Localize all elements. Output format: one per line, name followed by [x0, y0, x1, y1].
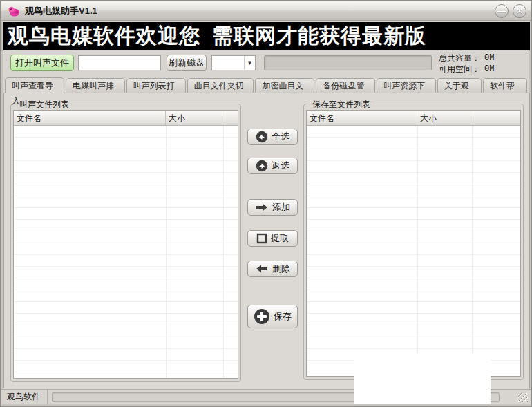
select-all-button[interactable]: 全选: [247, 129, 298, 145]
app-window: 观鸟电媒助手V1.1 — ✕ 观鸟电媒软件欢迎您 需联网才能获得最新版 打开叫声…: [0, 0, 532, 407]
capacity-progress-bar: [264, 55, 432, 70]
resize-grip-icon[interactable]: [518, 393, 528, 402]
circle-arrow-left-icon: [256, 131, 268, 143]
sound-file-list-title: 叫声文件列表: [17, 99, 72, 111]
invert-selection-label: 返选: [272, 160, 289, 172]
tab-sound-resource-download[interactable]: 叫声资源下载: [377, 78, 436, 93]
invert-selection-button[interactable]: 返选: [247, 158, 298, 174]
column-divider: [166, 126, 167, 378]
save-file-table[interactable]: 文件名 大小: [306, 110, 521, 377]
extract-label: 提取: [271, 232, 289, 245]
delete-button[interactable]: 删除: [247, 261, 298, 277]
column-header-extra[interactable]: [471, 111, 520, 125]
file-path-input[interactable]: [78, 55, 161, 70]
save-file-list-group: 保存至文件列表 文件名 大小: [303, 104, 524, 380]
add-button[interactable]: 添加: [247, 199, 298, 216]
column-header-size[interactable]: 大小: [417, 111, 471, 125]
close-button[interactable]: ✕: [513, 4, 526, 18]
window-title: 观鸟电媒助手V1.1: [25, 5, 97, 17]
column-divider: [223, 126, 224, 378]
column-header-filename[interactable]: 文件名: [307, 111, 417, 125]
column-header-filename[interactable]: 文件名: [14, 111, 166, 125]
column-divider: [417, 126, 418, 376]
tab-sound-view-import[interactable]: 叫声查看导入: [5, 77, 64, 93]
toolbar: 打开叫声文件 刷新磁盘 ▼ 总共容量： 0M 可用空间： 0M: [3, 52, 530, 75]
capacity-total-value: 0M: [484, 53, 494, 64]
arrow-right-icon: [255, 202, 269, 212]
refresh-disk-button[interactable]: 刷新磁盘: [167, 55, 207, 71]
minimize-button[interactable]: —: [495, 4, 509, 18]
save-file-table-body[interactable]: [307, 126, 520, 376]
tab-bar: 叫声查看导入 电媒叫声排序 叫声列表打印 曲目文件夹切换 加密曲目文件 备份磁盘…: [5, 77, 529, 93]
save-file-table-header: 文件名 大小: [307, 111, 520, 126]
sound-file-table-body[interactable]: [14, 126, 238, 378]
chevron-down-icon[interactable]: ▼: [244, 56, 255, 70]
column-header-extra[interactable]: [222, 111, 238, 125]
sound-file-table-header: 文件名 大小: [14, 111, 238, 126]
select-all-label: 全选: [272, 131, 289, 143]
arrow-left-icon: [255, 264, 269, 274]
white-overlay-region: [354, 353, 491, 404]
tab-media-sound-sort[interactable]: 电媒叫声排序: [66, 78, 125, 93]
tab-sound-list-print[interactable]: 叫声列表打印: [126, 78, 186, 93]
capacity-free-label: 可用空间：: [439, 64, 480, 75]
welcome-banner: 观鸟电媒软件欢迎您 需联网才能获得最新版: [3, 22, 530, 50]
circle-plus-icon: [254, 308, 270, 325]
save-file-list-title: 保存至文件列表: [310, 99, 373, 111]
add-label: 添加: [272, 201, 290, 214]
save-button[interactable]: 保存: [247, 305, 298, 328]
tab-encrypt-track-file[interactable]: 加密曲目文件: [255, 78, 314, 93]
tab-about[interactable]: 关于观鸟: [437, 78, 482, 93]
app-bird-icon: [7, 4, 21, 18]
column-header-size[interactable]: 大小: [166, 111, 222, 125]
tab-track-folder-switch[interactable]: 曲目文件夹切换: [187, 78, 254, 93]
save-label: 保存: [274, 310, 292, 323]
sound-file-table[interactable]: 文件名 大小: [13, 110, 238, 379]
column-divider: [472, 126, 473, 376]
drive-select[interactable]: ▼: [211, 55, 256, 70]
circle-arrow-right-icon: [256, 160, 268, 172]
delete-label: 删除: [272, 263, 290, 275]
capacity-free-value: 0M: [484, 64, 494, 75]
tab-software-help[interactable]: 软件帮助: [483, 78, 527, 93]
capacity-total-label: 总共容量：: [439, 53, 480, 64]
extract-button[interactable]: 提取: [247, 230, 298, 247]
open-sound-file-button[interactable]: 打开叫声文件: [10, 55, 74, 71]
tab-backup-disk-manage[interactable]: 备份磁盘管理: [316, 78, 375, 93]
square-icon: [256, 233, 267, 244]
capacity-labels: 总共容量： 0M 可用空间： 0M: [439, 53, 494, 75]
status-text: 观鸟软件: [1, 390, 48, 404]
sound-file-list-group: 叫声文件列表 文件名 大小: [10, 104, 241, 382]
title-bar[interactable]: 观鸟电媒助手V1.1 — ✕: [1, 1, 532, 21]
